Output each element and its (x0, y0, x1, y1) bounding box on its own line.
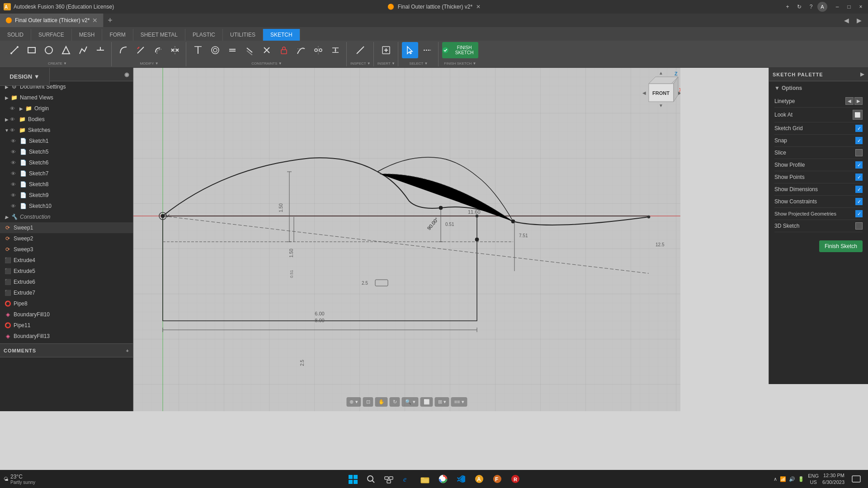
eye-icon-sketch5[interactable]: 👁 (11, 149, 18, 155)
more-options-btn[interactable]: ≡≡ ▾ (451, 397, 467, 407)
trim-tool-btn[interactable] (132, 42, 149, 58)
offset-tool-btn[interactable] (150, 42, 166, 58)
taskbar-autodesk-btn[interactable]: A (471, 471, 487, 487)
finish-sketch-palette-btn[interactable]: Finish Sketch (819, 240, 863, 252)
eye-icon-bodies[interactable]: 👁 (10, 117, 17, 122)
tree-item-construction[interactable]: ▶ 🔧 Construction (0, 211, 133, 222)
insert-image-btn[interactable] (378, 42, 394, 58)
tab-form[interactable]: FORM (102, 29, 133, 41)
tree-item-extrude7[interactable]: ⬛ Extrude7 (0, 287, 133, 298)
tree-item-sketches[interactable]: ▼ 👁 📁 Sketches (0, 125, 133, 136)
inspect-label[interactable]: INSPECT ▼ (350, 61, 371, 66)
eye-icon-sketch10[interactable]: 👁 (11, 203, 18, 209)
3d-sketch-checkbox[interactable] (855, 222, 863, 230)
tree-item-pipe8[interactable]: ⭕ Pipe8 (0, 298, 133, 309)
tree-item-sketch10[interactable]: 👁 📄 Sketch10 (0, 201, 133, 211)
insert-label[interactable]: INSERT ▼ (377, 61, 395, 66)
tree-item-bodies[interactable]: ▶ 👁 📁 Bodies (0, 114, 133, 125)
tray-sound-icon[interactable]: 🔊 (789, 476, 795, 482)
tree-item-extrude5[interactable]: ⬛ Extrude5 (0, 266, 133, 277)
tab-solid[interactable]: SOLID (0, 29, 31, 41)
minimize-btn[interactable]: – (832, 1, 843, 12)
help-btn[interactable]: ? (806, 1, 816, 12)
tab-plastic[interactable]: PLASTIC (185, 29, 223, 41)
taskbar-explorer-btn[interactable] (417, 471, 433, 487)
zoom-btn[interactable]: 🔍 ▾ (402, 397, 419, 407)
slot-tool-btn[interactable] (92, 42, 108, 58)
tree-item-sketch7[interactable]: 👁 📄 Sketch7 (0, 168, 133, 179)
close-tab-icon[interactable]: ✕ (476, 4, 481, 10)
tangent-constraint-btn[interactable] (293, 42, 309, 58)
new-tab-btn[interactable]: + (104, 14, 116, 27)
tab-close-btn[interactable]: ✕ (92, 17, 98, 24)
show-profile-checkbox[interactable] (855, 161, 863, 169)
tree-item-sketch6[interactable]: 👁 📄 Sketch6 (0, 157, 133, 168)
symmetric-constraint-btn[interactable] (310, 42, 326, 58)
orbit-btn[interactable]: ↻ (390, 397, 400, 407)
show-dimensions-checkbox[interactable] (855, 186, 863, 193)
tree-item-sketch1[interactable]: 👁 📄 Sketch1 (0, 136, 133, 146)
arc-tool-btn[interactable] (58, 42, 74, 58)
fillet-tool-btn[interactable] (115, 42, 132, 58)
look-at-btn[interactable]: ⬜ (853, 110, 863, 120)
select-btn[interactable] (402, 42, 418, 58)
eye-icon-sketch8[interactable]: 👁 (11, 182, 18, 187)
circle-tool-btn[interactable] (41, 42, 57, 58)
viewcube[interactable]: Z X FRONT ▲ ▼ ◀ ▶ (642, 70, 678, 111)
tab-forward-btn[interactable]: ▶ (854, 15, 864, 26)
options-collapse-icon[interactable]: ▼ (774, 85, 780, 91)
pan-btn[interactable]: ✋ (375, 397, 388, 407)
tree-item-origin[interactable]: 👁 ▶ 📁 Origin (0, 103, 133, 114)
tree-item-boundaryfill10[interactable]: ◈ BoundaryFill10 (0, 309, 133, 320)
measure-btn[interactable] (352, 42, 368, 58)
polyline-tool-btn[interactable] (75, 42, 91, 58)
finish-sketch-toolbar-btn[interactable]: FINISH SKETCH (442, 42, 478, 58)
select-label[interactable]: SELECT ▼ (409, 61, 428, 66)
tree-item-sketch8[interactable]: 👁 📄 Sketch8 (0, 179, 133, 190)
account-btn[interactable]: A (817, 2, 827, 12)
taskbar-app2-btn[interactable]: R (507, 471, 524, 487)
tree-item-extrude4[interactable]: ⬛ Extrude4 (0, 255, 133, 266)
equal-constraint-btn[interactable] (224, 42, 241, 58)
taskbar-app1-btn[interactable]: F (489, 471, 505, 487)
grid-options-btn[interactable]: ⊞ ▾ (435, 397, 449, 407)
grid-snap-btn[interactable]: ⊕ ▾ (346, 397, 361, 407)
tab-mesh[interactable]: MESH (72, 29, 103, 41)
tree-item-sketch5[interactable]: 👁 📄 Sketch5 (0, 146, 133, 157)
taskbar-search-btn[interactable] (363, 471, 379, 487)
refresh-btn[interactable]: ↻ (794, 1, 805, 12)
sketch-grid-checkbox[interactable] (855, 125, 863, 132)
eye-icon-sketches[interactable]: 👁 (10, 127, 17, 133)
tab-surface[interactable]: SURFACE (31, 29, 72, 41)
design-btn[interactable]: DESIGN ▼ (0, 68, 50, 86)
close-btn[interactable]: × (855, 1, 866, 12)
taskbar-task-view-btn[interactable] (381, 471, 397, 487)
taskbar-edge-btn[interactable]: e (399, 471, 415, 487)
perpendicular-constraint-btn[interactable] (259, 42, 275, 58)
doc-tab-active[interactable]: 🟠 Final Outer lattice (Thicker) v2* ✕ (0, 14, 104, 27)
new-window-btn[interactable]: + (782, 1, 793, 12)
tree-item-boundaryfill13[interactable]: ◈ BoundaryFill13 (0, 331, 133, 342)
tab-sheet-metal[interactable]: SHEET METAL (133, 29, 185, 41)
taskbar-chrome-btn[interactable] (435, 471, 451, 487)
tree-item-sketch9[interactable]: 👁 📄 Sketch9 (0, 190, 133, 201)
circle-constraint-btn[interactable] (207, 42, 223, 58)
comments-add-btn[interactable]: + (126, 348, 129, 353)
start-btn[interactable] (344, 471, 361, 487)
parallel-constraint-btn[interactable] (241, 42, 258, 58)
clock-widget[interactable]: 12:30 PM 6/30/2023 (822, 472, 844, 486)
show-points-checkbox[interactable] (855, 174, 863, 181)
maximize-btn[interactable]: □ (844, 1, 854, 12)
create-label[interactable]: CREATE ▼ (48, 61, 67, 66)
tab-sketch[interactable]: SKETCH (263, 29, 300, 41)
vertical-constraint-btn[interactable] (190, 42, 206, 58)
notification-btn[interactable] (848, 471, 864, 487)
tree-item-sweep1[interactable]: ⟳ Sweep1 (0, 222, 133, 233)
eye-icon-sketch9[interactable]: 👁 (11, 192, 18, 198)
linetype-forward-btn[interactable]: ▶ (854, 97, 863, 105)
tree-item-extrude6[interactable]: ⬛ Extrude6 (0, 277, 133, 287)
finish-sketch-label[interactable]: FINISH SKETCH ▼ (444, 61, 476, 66)
show-constraints-checkbox[interactable] (855, 198, 863, 205)
tree-item-sweep2[interactable]: ⟳ Sweep2 (0, 233, 133, 244)
modify-label[interactable]: MODIFY ▼ (140, 61, 158, 66)
